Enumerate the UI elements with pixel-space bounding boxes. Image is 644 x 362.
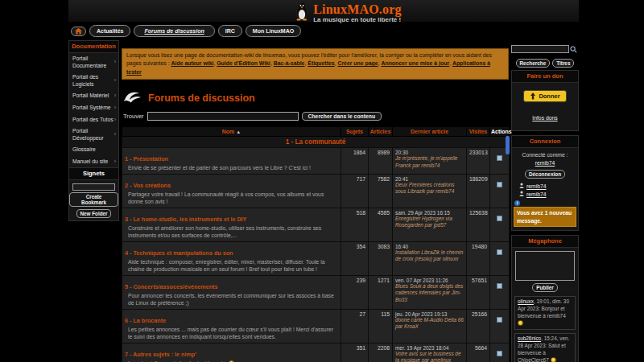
col-header-dernier-article[interactable]: Dernier article [393,127,467,137]
last-post-author[interactable]: olinuxx [443,256,459,261]
forum-search-row: Trouver Chercher dans le contenu [123,112,509,121]
notice-link-6[interactable]: Annoncer une mise à jour [381,60,449,66]
signets-title: Signets [69,167,118,180]
search-content-button[interactable]: Chercher dans le contenu [302,112,382,121]
forum-search-input[interactable] [147,112,299,121]
donation-title: Faire un don [512,71,578,83]
last-post-author[interactable]: KroaX [404,323,419,329]
search-icon[interactable] [570,42,577,56]
megaphone-title: Mégaphone [512,236,578,248]
create-bookmark-button[interactable]: Create Bookmark [69,192,118,207]
publish-button[interactable]: Publier [532,283,558,292]
watch-forum-icon[interactable] [497,317,502,323]
last-post-author[interactable]: jpd57 [434,222,447,228]
col-header-sujets[interactable]: Sujets [341,127,369,137]
last-post-title[interactable]: Installation LibraZik le chemin de croix… [395,249,464,263]
sidebar-item-portail-des-logiciels[interactable]: Portail des Logiciels› [69,72,118,90]
nav-item-actualit-s[interactable]: Actualités [89,25,130,37]
watch-forum-icon[interactable] [497,155,502,161]
user-icon [519,191,524,197]
watch-forum-icon[interactable] [497,216,502,221]
connected-as-text: Connecté comme : remib74 [512,151,578,167]
sort-arrow-icon: ▲ [236,130,241,134]
notice-link-3[interactable]: Bac-à-sable [274,60,305,66]
last-post-title[interactable]: donne carte M-Audio Delta 66 par KroaX [395,317,464,331]
col-header-visites[interactable]: Visites [467,127,490,137]
notice-link-2[interactable]: Guide d'Édition Wiki [217,60,270,66]
search-button-titres[interactable]: Titres [552,59,574,68]
posts-count: 115 [369,309,393,343]
last-post-topic[interactable]: donne carte M-Audio Delta 66 [395,317,464,323]
sidebar-item-portail-syst-me[interactable]: Portail Système› [69,102,118,114]
actions-cell [490,275,510,309]
notice-link-4[interactable]: Étiquettes [308,60,334,66]
nav-item-irc[interactable]: IRC [218,25,242,37]
last-post-cell: mer. 19 Apr 2023 18:04Votre avis sur le … [393,343,467,362]
last-post-date: 16:40 [395,244,464,249]
logout-button[interactable]: Déconnexion [525,170,565,179]
nav-item-mon-linuxmao[interactable]: Mon LinuxMAO [246,25,301,37]
message-author[interactable]: sub26nico [518,335,541,341]
sidebar-item-manuel-du-site[interactable]: Manuel du site› [69,156,118,168]
last-post-title[interactable]: Deux Premières créations sous Librazik p… [395,182,464,195]
nav-items: ActualitésForums de discussionIRCMon Lin… [89,25,301,37]
notice-link-5[interactable]: Créer une page [337,60,378,66]
notice-link-1[interactable]: Aide auteur wiki [171,60,214,66]
search-button-recherche[interactable]: Recherche [516,59,551,68]
bookmark-name-input[interactable] [72,183,115,191]
info-icon[interactable]: i [514,200,520,206]
sidebar-item-portail-d-veloppeur[interactable]: Portail Développeur› [69,125,118,144]
page-title: Forums de discussion [148,93,255,104]
online-user-name[interactable]: remib74 [526,183,547,189]
online-user-name[interactable]: remib74 [526,191,547,197]
sidebar-item-portail-des-tutos[interactable]: Portail des Tutos› [69,114,118,126]
last-post-title[interactable]: Blues Souk à deux doigts des cadences in… [395,283,464,303]
last-post-date: jeu. 20 Apr 2023 19:13 [395,311,464,317]
watch-forum-icon[interactable] [497,182,502,187]
last-post-author[interactable]: remib74 [421,162,440,168]
watch-forum-icon[interactable] [497,283,502,289]
forum-link[interactable]: 5 - Concerts/assoces/événements [125,283,217,290]
sidebar-item-portail-mat-riel[interactable]: Portail Matériel› [69,90,118,102]
megaphone-textarea[interactable] [515,251,575,281]
topics-count: 717 [341,175,369,208]
last-post-title[interactable]: Je m'présente, je m'appelle Franck par r… [395,155,464,169]
donation-infos-link[interactable]: Infos dons [532,115,557,121]
forum-link[interactable]: 4 - Techniques et manipulations du son [125,249,233,257]
watch-forum-icon[interactable] [497,249,502,255]
forum-link[interactable]: 2 - Vos créations [125,182,171,189]
forum-link[interactable]: 3 - Le home-studio, les instruments et l… [125,216,246,223]
last-post-cell: sam. 29 Apr 2023 16:15Enregistrer Hydrog… [393,208,467,242]
site-logo[interactable]: LinuxMAO.org La musique en toute liberté… [294,2,402,24]
forum-link[interactable]: 1 - Présentation [125,155,168,162]
col-header-articles[interactable]: Articles [369,127,393,137]
sidebar-item-glossaire[interactable]: Glossaire [69,144,118,155]
posts-count: 3083 [369,242,393,276]
forum-link[interactable]: 7 - Autres sujets : le nimp' [125,351,196,358]
megaphone-message: sub26nico, 15:24, ven. 28 Apr 2023: Salu… [514,333,576,362]
last-post-author[interactable]: amelinux [431,357,452,362]
new-message-notification[interactable]: Vous avez 1 nouveau message. [514,207,576,226]
penguin-logo-icon [294,2,310,24]
message-author[interactable]: olinuxx [518,298,534,304]
donate-button[interactable]: Donner [523,90,566,102]
chevron-right-icon: › [114,117,116,124]
last-post-author[interactable]: remib74 [436,188,454,194]
actions-cell [490,175,510,208]
last-post-title[interactable]: Votre avis sur le business de la musique… [395,351,464,362]
last-post-title[interactable]: Enregistrer Hydrogen via Rosegarden par … [395,216,464,229]
megaphone-messages: olinuxx, 19:01, dim. 30 Apr 2023: Bonjou… [512,296,578,362]
panel-scroll-handle[interactable] [506,136,510,154]
col-header-nom[interactable]: Nom ▲ [122,127,341,137]
nav-item-forums-de-discussion[interactable]: Forums de discussion [134,25,214,37]
current-user-link[interactable]: remib74 [535,160,555,166]
forum-link[interactable]: 6 - La brocante [125,317,166,324]
sidebar-item-portail-documentaire[interactable]: Portail Documentaire› [69,53,118,72]
site-search-input[interactable] [511,45,569,53]
section-title[interactable]: 1 - La communauté [122,137,510,148]
online-user-list: remib74remib74 [512,182,578,198]
home-button[interactable] [71,27,86,36]
layout: Documentation Portail Documentaire›Porta… [68,40,579,362]
watch-forum-icon[interactable] [497,351,502,356]
new-folder-button[interactable]: New Folder [76,209,112,218]
